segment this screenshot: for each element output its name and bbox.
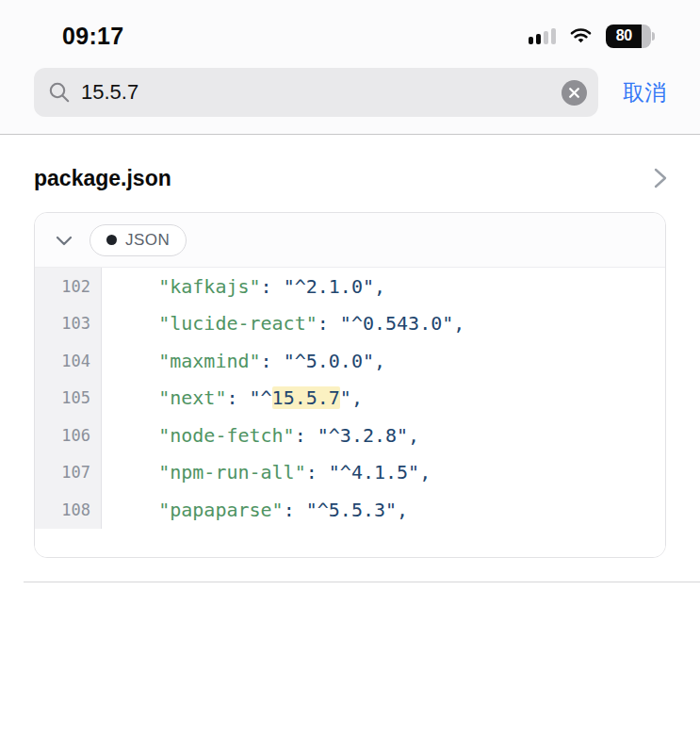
search-match-highlight: 15.5.7 [272, 386, 340, 409]
json-value: "^5.5.3" [306, 499, 397, 521]
section-divider [24, 582, 700, 582]
code-card-footer [35, 529, 665, 557]
json-key: "node-fetch" [158, 424, 295, 447]
json-key: "maxmind" [158, 350, 260, 372]
search-row: 取消 [0, 58, 700, 121]
wifi-icon [568, 26, 594, 45]
status-icons: 80 [529, 25, 655, 48]
code-content: "maxmind": "^5.0.0", [102, 342, 385, 380]
code-content: "node-fetch": "^3.2.8", [102, 417, 419, 454]
json-key: "lucide-react" [158, 312, 317, 335]
code-content: "next": "^15.5.7", [102, 380, 363, 418]
search-field[interactable] [34, 68, 598, 117]
json-value: "^3.2.8" [317, 424, 408, 447]
search-header: 09:17 80 [0, 0, 700, 135]
json-value: " [340, 386, 351, 409]
line-number: 107 [35, 454, 102, 492]
language-dot-icon [106, 235, 117, 245]
json-key: "next" [158, 386, 226, 409]
json-key: "papaparse" [158, 499, 283, 521]
code-lines: 102 "kafkajs": "^2.1.0",103 "lucide-reac… [35, 268, 665, 529]
search-icon [47, 80, 72, 105]
code-content: "npm-run-all": "^4.1.5", [102, 454, 431, 492]
code-content: "lucide-react": "^0.543.0", [102, 305, 464, 343]
json-key: "npm-run-all" [158, 461, 306, 484]
battery-percent: 80 [606, 25, 642, 48]
language-badge[interactable]: JSON [90, 224, 187, 256]
search-input[interactable] [81, 80, 552, 105]
json-key: "kafkajs" [158, 275, 260, 298]
battery-icon: 80 [606, 25, 655, 48]
line-number: 103 [35, 305, 102, 343]
code-line: 104 "maxmind": "^5.0.0", [35, 342, 665, 380]
language-label: JSON [125, 231, 170, 250]
collapse-chevron-icon[interactable] [54, 230, 74, 251]
line-number: 106 [35, 417, 102, 454]
code-line: 108 "papaparse": "^5.5.3", [35, 491, 665, 529]
json-value: "^0.543.0" [340, 312, 453, 335]
code-line: 106 "node-fetch": "^3.2.8", [35, 417, 665, 454]
code-content: "papaparse": "^5.5.3", [102, 491, 408, 529]
chevron-right-icon [653, 165, 668, 191]
code-card-header: JSON [35, 213, 665, 268]
code-line: 103 "lucide-react": "^0.543.0", [35, 305, 665, 343]
code-line: 105 "next": "^15.5.7", [35, 380, 665, 418]
clock: 09:17 [62, 23, 123, 50]
code-line: 102 "kafkajs": "^2.1.0", [35, 268, 665, 305]
cancel-button[interactable]: 取消 [617, 78, 672, 107]
code-content: "kafkajs": "^2.1.0", [102, 268, 385, 305]
status-bar: 09:17 80 [0, 0, 700, 58]
code-line: 107 "npm-run-all": "^4.1.5", [35, 454, 665, 492]
line-number: 102 [35, 268, 102, 305]
line-number: 105 [35, 380, 102, 418]
line-number: 104 [35, 342, 102, 380]
json-value: "^5.0.0" [284, 350, 374, 372]
code-card: JSON 102 "kafkajs": "^2.1.0",103 "lucide… [34, 212, 666, 558]
file-name: package.json [34, 166, 171, 191]
cellular-signal-icon [529, 27, 556, 44]
line-number: 108 [35, 491, 102, 529]
screen: 09:17 80 [0, 0, 700, 754]
clear-search-button[interactable] [562, 80, 587, 106]
json-value: "^2.1.0" [284, 275, 374, 298]
json-value: "^ [250, 386, 272, 409]
file-result-row[interactable]: package.json [0, 135, 700, 212]
json-value: "^4.1.5" [329, 461, 419, 484]
